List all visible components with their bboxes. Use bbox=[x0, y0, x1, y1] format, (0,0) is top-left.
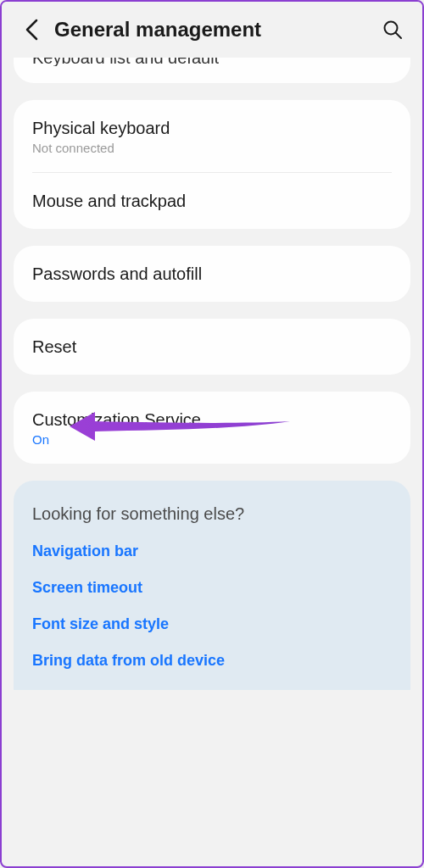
settings-item-customization-service[interactable]: Customization Service On bbox=[14, 392, 410, 464]
settings-card: Passwords and autofill bbox=[14, 246, 410, 302]
settings-item-mouse-trackpad[interactable]: Mouse and trackpad bbox=[14, 173, 410, 229]
item-title: Passwords and autofill bbox=[32, 263, 392, 285]
settings-item-passwords-autofill[interactable]: Passwords and autofill bbox=[14, 246, 410, 302]
svg-line-1 bbox=[396, 33, 401, 38]
settings-card: Customization Service On bbox=[14, 392, 410, 464]
search-button[interactable] bbox=[380, 17, 405, 42]
item-subtitle: Not connected bbox=[32, 141, 392, 155]
footer-link-screen-timeout[interactable]: Screen timeout bbox=[32, 579, 392, 597]
header: General management bbox=[2, 2, 422, 58]
item-title: Reset bbox=[32, 336, 392, 358]
back-button[interactable] bbox=[19, 17, 44, 42]
search-icon bbox=[382, 19, 403, 40]
settings-card: Reset bbox=[14, 319, 410, 375]
chevron-left-icon bbox=[24, 18, 39, 42]
footer-card: Looking for something else? Navigation b… bbox=[14, 481, 410, 690]
settings-item-partial[interactable]: Keyboard list and default bbox=[32, 58, 392, 66]
footer-title: Looking for something else? bbox=[32, 504, 392, 524]
settings-item-reset[interactable]: Reset bbox=[14, 319, 410, 375]
page-title: General management bbox=[54, 18, 380, 42]
settings-card: Physical keyboard Not connected Mouse an… bbox=[14, 100, 410, 229]
item-title: Customization Service bbox=[32, 409, 392, 431]
item-title: Mouse and trackpad bbox=[32, 190, 392, 212]
item-title: Physical keyboard bbox=[32, 117, 392, 139]
item-subtitle: On bbox=[32, 432, 392, 447]
settings-card-partial: Keyboard list and default bbox=[14, 58, 410, 83]
settings-item-physical-keyboard[interactable]: Physical keyboard Not connected bbox=[14, 100, 410, 172]
svg-point-0 bbox=[385, 22, 398, 35]
footer-link-bring-data[interactable]: Bring data from old device bbox=[32, 652, 392, 670]
footer-link-navigation-bar[interactable]: Navigation bar bbox=[32, 542, 392, 560]
footer-link-font-size-style[interactable]: Font size and style bbox=[32, 615, 392, 633]
